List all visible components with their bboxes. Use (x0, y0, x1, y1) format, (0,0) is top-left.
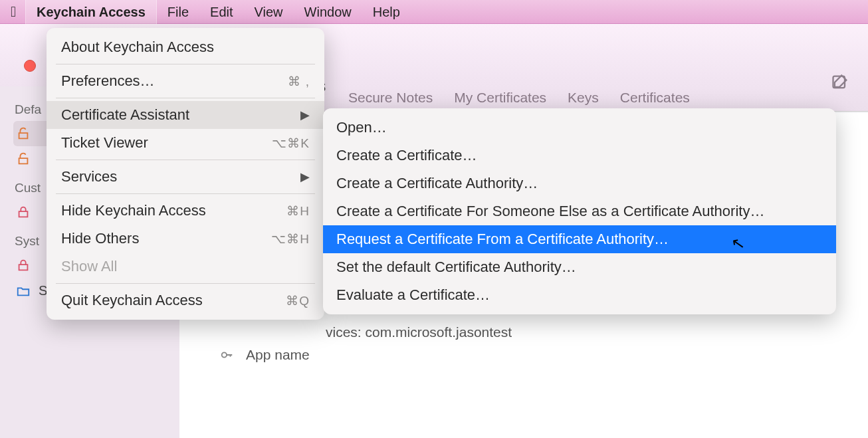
apple-menu-icon[interactable]:  (7, 3, 25, 21)
menu-about[interactable]: About Keychain Access (47, 33, 324, 61)
menu-separator (56, 160, 315, 160)
submenu-set-default-ca[interactable]: Set the default Certificate Authority… (323, 253, 836, 281)
menu-ticket-viewer[interactable]: Ticket Viewer ⌥⌘K (47, 129, 324, 157)
menu-hide-app[interactable]: Hide Keychain Access ⌘H (47, 197, 324, 225)
menu-separator (56, 283, 315, 284)
menu-certificate-assistant[interactable]: Certificate Assistant ▶ (47, 101, 324, 129)
menu-file[interactable]: File (157, 0, 199, 24)
unlock-icon (16, 126, 31, 141)
menu-separator (56, 98, 315, 98)
shortcut-label: ⌘ , (288, 74, 310, 89)
app-menu-panel: About Keychain Access Preferences… ⌘ , C… (47, 28, 324, 320)
folder-icon (16, 284, 31, 298)
menu-edit[interactable]: Edit (199, 0, 243, 24)
detail-services-line: vices: com.microsoft.jasontest (326, 324, 512, 340)
menu-help[interactable]: Help (362, 0, 411, 24)
shortcut-label: ⌥⌘K (272, 136, 310, 151)
chevron-right-icon: ▶ (300, 169, 310, 184)
detail-app-name-label: App name (246, 347, 310, 363)
tab-keys[interactable]: Keys (565, 86, 601, 110)
menu-view[interactable]: View (244, 0, 294, 24)
submenu-evaluate-certificate[interactable]: Evaluate a Certificate… (323, 281, 836, 309)
lock-icon (16, 205, 31, 219)
unlock-icon (16, 152, 31, 166)
menu-services[interactable]: Services ▶ (47, 163, 324, 191)
certificate-assistant-submenu: Open… Create a Certificate… Create a Cer… (323, 108, 836, 314)
tab-certificates[interactable]: Certificates (617, 86, 693, 110)
tab-secure-notes[interactable]: Secure Notes (346, 86, 435, 110)
app-menu[interactable]: Keychain Access (25, 0, 157, 24)
submenu-create-ca[interactable]: Create a Certificate Authority… (323, 169, 836, 197)
category-tabs: Secure Notes My Certificates Keys Certif… (346, 86, 693, 110)
tab-my-certificates[interactable]: My Certificates (451, 86, 549, 110)
submenu-open[interactable]: Open… (323, 114, 836, 142)
menu-separator (56, 64, 315, 64)
menu-bar:  Keychain Access File Edit View Window … (0, 0, 868, 24)
menu-show-all: Show All (47, 253, 324, 280)
menu-preferences[interactable]: Preferences… ⌘ , (47, 67, 324, 95)
key-icon (219, 348, 234, 362)
shortcut-label: ⌘H (286, 203, 310, 219)
shortcut-label: ⌘Q (286, 293, 310, 308)
chevron-right-icon: ▶ (300, 108, 310, 122)
lock-icon (16, 258, 31, 273)
submenu-create-for-else[interactable]: Create a Certificate For Someone Else as… (323, 197, 836, 225)
svg-point-1 (222, 352, 227, 357)
shortcut-label: ⌥⌘H (271, 231, 310, 247)
menu-separator (56, 193, 315, 194)
close-window-button[interactable] (24, 60, 36, 72)
menu-window[interactable]: Window (294, 0, 362, 24)
submenu-request-certificate[interactable]: Request a Certificate From a Certificate… (323, 225, 836, 253)
menu-hide-others[interactable]: Hide Others ⌥⌘H (47, 225, 324, 253)
menu-quit[interactable]: Quit Keychain Access ⌘Q (47, 286, 324, 314)
compose-icon[interactable] (831, 73, 849, 92)
submenu-create-certificate[interactable]: Create a Certificate… (323, 142, 836, 169)
